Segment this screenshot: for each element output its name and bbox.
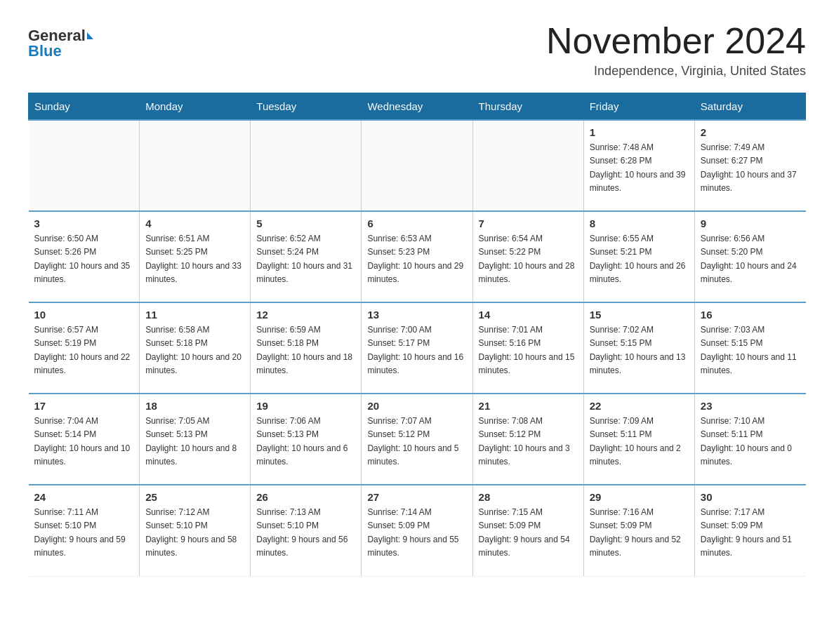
day-info: Sunrise: 7:08 AMSunset: 5:12 PMDaylight:… — [479, 415, 578, 469]
day-number: 14 — [479, 309, 578, 321]
day-info: Sunrise: 6:54 AMSunset: 5:22 PMDaylight:… — [479, 232, 578, 286]
calendar-cell: 23Sunrise: 7:10 AMSunset: 5:11 PMDayligh… — [694, 394, 805, 485]
calendar-cell: 29Sunrise: 7:16 AMSunset: 5:09 PMDayligh… — [583, 485, 694, 576]
day-number: 30 — [701, 491, 800, 503]
day-info: Sunrise: 6:51 AMSunset: 5:25 PMDaylight:… — [145, 232, 244, 286]
calendar-cell: 19Sunrise: 7:06 AMSunset: 5:13 PMDayligh… — [251, 394, 362, 485]
calendar-cell: 5Sunrise: 6:52 AMSunset: 5:24 PMDaylight… — [251, 211, 362, 302]
calendar-cell: 25Sunrise: 7:12 AMSunset: 5:10 PMDayligh… — [140, 485, 251, 576]
day-number: 9 — [701, 217, 800, 229]
calendar-cell: 30Sunrise: 7:17 AMSunset: 5:09 PMDayligh… — [694, 485, 805, 576]
header-thursday: Thursday — [472, 93, 583, 121]
calendar-week-1: 1Sunrise: 7:48 AMSunset: 6:28 PMDaylight… — [29, 120, 806, 211]
calendar-cell: 12Sunrise: 6:59 AMSunset: 5:18 PMDayligh… — [251, 302, 362, 394]
calendar-cell: 28Sunrise: 7:15 AMSunset: 5:09 PMDayligh… — [472, 485, 583, 576]
day-info: Sunrise: 7:14 AMSunset: 5:09 PMDaylight:… — [367, 506, 466, 560]
day-info: Sunrise: 6:59 AMSunset: 5:18 PMDaylight:… — [256, 323, 355, 377]
logo-blue-text: Blue — [28, 43, 62, 59]
month-title: November 2024 — [546, 21, 806, 61]
day-info: Sunrise: 7:10 AMSunset: 5:11 PMDaylight:… — [701, 415, 800, 469]
calendar-cell: 24Sunrise: 7:11 AMSunset: 5:10 PMDayligh… — [29, 485, 140, 576]
day-info: Sunrise: 7:04 AMSunset: 5:14 PMDaylight:… — [34, 415, 134, 469]
day-number: 4 — [145, 217, 244, 229]
calendar-cell: 22Sunrise: 7:09 AMSunset: 5:11 PMDayligh… — [583, 394, 694, 485]
day-info: Sunrise: 7:07 AMSunset: 5:12 PMDaylight:… — [367, 415, 466, 469]
day-info: Sunrise: 7:15 AMSunset: 5:09 PMDaylight:… — [479, 506, 578, 560]
header-wednesday: Wednesday — [362, 93, 472, 121]
calendar-cell: 13Sunrise: 7:00 AMSunset: 5:17 PMDayligh… — [362, 302, 472, 394]
day-number: 7 — [479, 217, 578, 229]
calendar-week-5: 24Sunrise: 7:11 AMSunset: 5:10 PMDayligh… — [29, 485, 806, 576]
day-number: 10 — [34, 309, 134, 321]
calendar-cell: 20Sunrise: 7:07 AMSunset: 5:12 PMDayligh… — [362, 394, 472, 485]
calendar-cell: 16Sunrise: 7:03 AMSunset: 5:15 PMDayligh… — [694, 302, 805, 394]
logo-arrow-icon — [87, 32, 93, 39]
day-info: Sunrise: 7:12 AMSunset: 5:10 PMDaylight:… — [145, 506, 244, 560]
calendar-cell: 18Sunrise: 7:05 AMSunset: 5:13 PMDayligh… — [140, 394, 251, 485]
day-number: 1 — [590, 126, 689, 138]
calendar-week-2: 3Sunrise: 6:50 AMSunset: 5:26 PMDaylight… — [29, 211, 806, 302]
day-info: Sunrise: 7:48 AMSunset: 6:28 PMDaylight:… — [590, 141, 689, 195]
day-number: 26 — [256, 491, 355, 503]
day-number: 20 — [367, 400, 466, 412]
calendar-week-4: 17Sunrise: 7:04 AMSunset: 5:14 PMDayligh… — [29, 394, 806, 485]
calendar-cell: 9Sunrise: 6:56 AMSunset: 5:20 PMDaylight… — [694, 211, 805, 302]
day-number: 2 — [701, 126, 800, 138]
day-number: 17 — [34, 400, 134, 412]
calendar-cell — [472, 120, 583, 211]
header-saturday: Saturday — [694, 93, 805, 121]
calendar-cell — [29, 120, 140, 211]
calendar-cell: 21Sunrise: 7:08 AMSunset: 5:12 PMDayligh… — [472, 394, 583, 485]
day-info: Sunrise: 6:52 AMSunset: 5:24 PMDaylight:… — [256, 232, 355, 286]
day-info: Sunrise: 7:13 AMSunset: 5:10 PMDaylight:… — [256, 506, 355, 560]
day-number: 6 — [367, 217, 466, 229]
day-info: Sunrise: 7:17 AMSunset: 5:09 PMDaylight:… — [701, 506, 800, 560]
calendar-cell: 4Sunrise: 6:51 AMSunset: 5:25 PMDaylight… — [140, 211, 251, 302]
calendar-cell — [140, 120, 251, 211]
logo: General Blue — [28, 28, 93, 59]
day-info: Sunrise: 7:01 AMSunset: 5:16 PMDaylight:… — [479, 323, 578, 377]
day-number: 8 — [590, 217, 689, 229]
header-tuesday: Tuesday — [251, 93, 362, 121]
calendar-cell — [251, 120, 362, 211]
day-info: Sunrise: 6:55 AMSunset: 5:21 PMDaylight:… — [590, 232, 689, 286]
day-number: 11 — [145, 309, 244, 321]
calendar-cell: 27Sunrise: 7:14 AMSunset: 5:09 PMDayligh… — [362, 485, 472, 576]
calendar-cell: 26Sunrise: 7:13 AMSunset: 5:10 PMDayligh… — [251, 485, 362, 576]
day-info: Sunrise: 7:16 AMSunset: 5:09 PMDaylight:… — [590, 506, 689, 560]
day-info: Sunrise: 7:49 AMSunset: 6:27 PMDaylight:… — [701, 141, 800, 195]
calendar-cell: 11Sunrise: 6:58 AMSunset: 5:18 PMDayligh… — [140, 302, 251, 394]
day-info: Sunrise: 7:02 AMSunset: 5:15 PMDaylight:… — [590, 323, 689, 377]
calendar-cell — [362, 120, 472, 211]
day-number: 24 — [34, 491, 134, 503]
day-number: 22 — [590, 400, 689, 412]
day-info: Sunrise: 6:57 AMSunset: 5:19 PMDaylight:… — [34, 323, 134, 377]
title-section: November 2024 Independence, Virginia, Un… — [546, 21, 806, 79]
day-number: 21 — [479, 400, 578, 412]
calendar-cell: 7Sunrise: 6:54 AMSunset: 5:22 PMDaylight… — [472, 211, 583, 302]
header-monday: Monday — [140, 93, 251, 121]
day-info: Sunrise: 6:53 AMSunset: 5:23 PMDaylight:… — [367, 232, 466, 286]
day-info: Sunrise: 7:03 AMSunset: 5:15 PMDaylight:… — [701, 323, 800, 377]
calendar-cell: 1Sunrise: 7:48 AMSunset: 6:28 PMDaylight… — [583, 120, 694, 211]
calendar-cell: 3Sunrise: 6:50 AMSunset: 5:26 PMDaylight… — [29, 211, 140, 302]
calendar-table: SundayMondayTuesdayWednesdayThursdayFrid… — [28, 93, 806, 577]
day-info: Sunrise: 6:58 AMSunset: 5:18 PMDaylight:… — [145, 323, 244, 377]
calendar-cell: 2Sunrise: 7:49 AMSunset: 6:27 PMDaylight… — [694, 120, 805, 211]
page-header: General Blue November 2024 Independence,… — [28, 21, 806, 79]
calendar-cell: 14Sunrise: 7:01 AMSunset: 5:16 PMDayligh… — [472, 302, 583, 394]
calendar-week-3: 10Sunrise: 6:57 AMSunset: 5:19 PMDayligh… — [29, 302, 806, 394]
day-info: Sunrise: 7:11 AMSunset: 5:10 PMDaylight:… — [34, 506, 134, 560]
day-number: 25 — [145, 491, 244, 503]
day-number: 23 — [701, 400, 800, 412]
day-number: 12 — [256, 309, 355, 321]
calendar-cell: 6Sunrise: 6:53 AMSunset: 5:23 PMDaylight… — [362, 211, 472, 302]
day-number: 16 — [701, 309, 800, 321]
calendar-cell: 10Sunrise: 6:57 AMSunset: 5:19 PMDayligh… — [29, 302, 140, 394]
header-sunday: Sunday — [29, 93, 140, 121]
calendar-cell: 15Sunrise: 7:02 AMSunset: 5:15 PMDayligh… — [583, 302, 694, 394]
calendar-cell: 17Sunrise: 7:04 AMSunset: 5:14 PMDayligh… — [29, 394, 140, 485]
day-number: 19 — [256, 400, 355, 412]
day-number: 13 — [367, 309, 466, 321]
day-number: 27 — [367, 491, 466, 503]
